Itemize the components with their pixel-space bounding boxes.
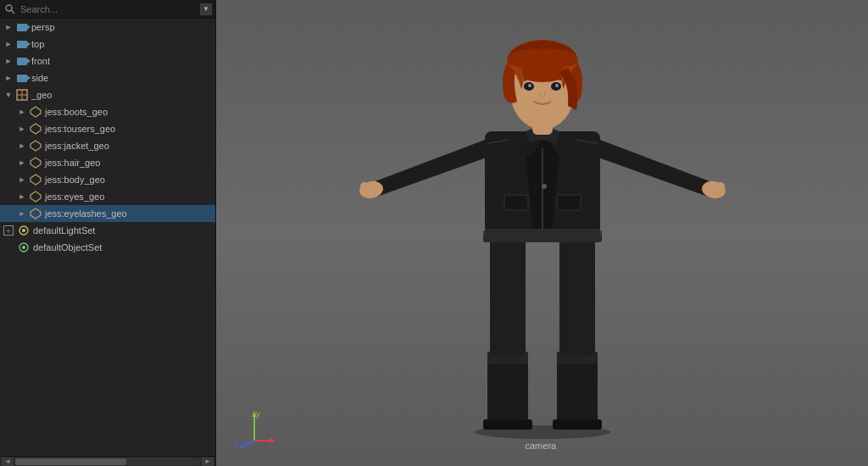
scroll-right-button[interactable]: ► [202, 458, 214, 466]
expand-icon-top: ► [3, 39, 14, 49]
expand-icon-eyelashes: ► [17, 208, 27, 219]
outliner-list[interactable]: ► persp ► top ► front [0, 19, 215, 456]
h-scrollbar-track[interactable] [15, 458, 200, 465]
expand-icon-body: ► [17, 175, 27, 185]
mesh-icon-eyes [29, 190, 42, 203]
tree-label-hair-geo: jess:hair_geo [45, 158, 100, 168]
expand-icon-boots: ► [17, 107, 27, 117]
tree-item-default-object-set[interactable]: defaultObjectSet [0, 239, 215, 256]
svg-text:y: y [256, 409, 260, 419]
light-icon-lightset [17, 224, 31, 237]
svg-point-0 [6, 5, 12, 11]
svg-line-1 [12, 10, 15, 14]
character-model [339, 0, 746, 441]
tree-item-jacket-geo[interactable]: ► jess:jacket_geo [0, 137, 215, 154]
tree-item-top[interactable]: ► top [0, 36, 215, 53]
search-dropdown-button[interactable]: ▼ [200, 3, 212, 15]
mesh-icon-jacket [29, 139, 42, 153]
tree-label-default-light-set: defaultLightSet [33, 225, 95, 236]
expand-icon-lightset: + [3, 225, 14, 236]
svg-marker-8 [31, 158, 41, 168]
camera-icon-side [15, 71, 29, 85]
svg-marker-7 [31, 141, 41, 151]
camera-icon-persp [15, 20, 29, 34]
svg-point-44 [528, 84, 531, 87]
svg-rect-30 [557, 195, 581, 210]
h-scrollbar-thumb[interactable] [15, 458, 126, 465]
main-container: ▼ ► persp ► top ► [0, 0, 868, 466]
expand-icon-eyes: ► [17, 191, 27, 202]
svg-marker-6 [31, 124, 41, 134]
svg-rect-34 [485, 229, 600, 241]
tree-item-eyes-geo[interactable]: ► jess:eyes_geo [0, 188, 215, 205]
mesh-icon-body [29, 173, 42, 186]
mesh-icon-eyelashes [29, 207, 42, 220]
camera-icon-front [15, 54, 29, 68]
expand-icon-hair: ► [17, 158, 27, 168]
expand-icon-geo: ▼ [3, 90, 14, 100]
tree-label-default-object-set: defaultObjectSet [33, 242, 102, 252]
expand-icon-trousers: ► [17, 124, 27, 134]
svg-rect-24 [559, 237, 595, 356]
group-icon-geo [15, 88, 29, 102]
scroll-left-button[interactable]: ◄ [2, 458, 14, 466]
tree-item-trousers-geo[interactable]: ► jess:tousers_geo [0, 120, 215, 137]
tree-item-hair-geo[interactable]: ► jess:hair_geo [0, 154, 215, 171]
svg-marker-53 [270, 438, 275, 443]
svg-rect-22 [553, 419, 602, 430]
horizontal-scrollbar-area: ◄ ► [0, 456, 215, 466]
expand-icon-persp: ► [3, 22, 14, 32]
svg-rect-23 [490, 237, 526, 356]
svg-marker-9 [31, 175, 41, 185]
tree-label-persp: persp [31, 22, 55, 32]
tree-item-persp[interactable]: ► persp [0, 19, 215, 36]
tree-label-side: side [31, 73, 48, 83]
axis-indicator: y z [233, 407, 275, 449]
tree-label-body-geo: jess:body_geo [45, 175, 105, 185]
tree-label-eyes-geo: jess:eyes_geo [45, 191, 104, 202]
svg-marker-5 [31, 107, 41, 117]
svg-point-15 [22, 246, 25, 249]
tree-label-geo: _geo [31, 90, 52, 100]
svg-point-45 [555, 84, 559, 87]
svg-point-31 [542, 184, 547, 189]
left-panel: ▼ ► persp ► top ► [0, 0, 216, 466]
tree-label-trousers-geo: jess:tousers_geo [45, 124, 115, 134]
mesh-icon-boots [29, 105, 42, 119]
tree-label-eyelashes-geo: jess:eyelashes_geo [45, 208, 127, 219]
tree-label-front: front [31, 56, 50, 66]
search-input[interactable] [20, 4, 200, 14]
tree-item-side[interactable]: ► side [0, 69, 215, 86]
svg-line-50 [240, 441, 254, 447]
svg-marker-10 [31, 191, 41, 202]
mesh-icon-hair [29, 156, 42, 169]
obj-icon-objset [17, 241, 31, 254]
svg-rect-19 [483, 419, 532, 430]
mesh-icon-trousers [29, 122, 42, 136]
search-icon [3, 3, 17, 16]
tree-label-jacket-geo: jess:jacket_geo [45, 141, 109, 151]
tree-label-top: top [31, 39, 44, 49]
svg-rect-29 [504, 195, 528, 210]
camera-label: camera [526, 441, 557, 451]
tree-label-boots-geo: jess:boots_geo [45, 107, 108, 117]
expand-icon-front: ► [3, 56, 14, 66]
tree-item-default-light-set[interactable]: + defaultLightSet [0, 222, 215, 239]
tree-item-geo[interactable]: ▼ _geo [0, 86, 215, 103]
camera-icon-top [15, 37, 29, 51]
svg-text:z: z [235, 440, 239, 449]
viewport: y z camera [216, 0, 868, 466]
svg-marker-11 [31, 208, 41, 219]
tree-item-boots-geo[interactable]: ► jess:boots_geo [0, 103, 215, 120]
tree-item-front[interactable]: ► front [0, 53, 215, 69]
expand-icon-side: ► [3, 73, 14, 83]
svg-point-13 [22, 229, 25, 232]
search-bar: ▼ [0, 0, 215, 19]
expand-icon-jacket: ► [17, 141, 27, 151]
tree-item-body-geo[interactable]: ► jess:body_geo [0, 171, 215, 188]
viewport-background: y z camera [216, 0, 868, 466]
tree-item-eyelashes-geo[interactable]: ► jess:eyelashes_geo [0, 205, 215, 222]
